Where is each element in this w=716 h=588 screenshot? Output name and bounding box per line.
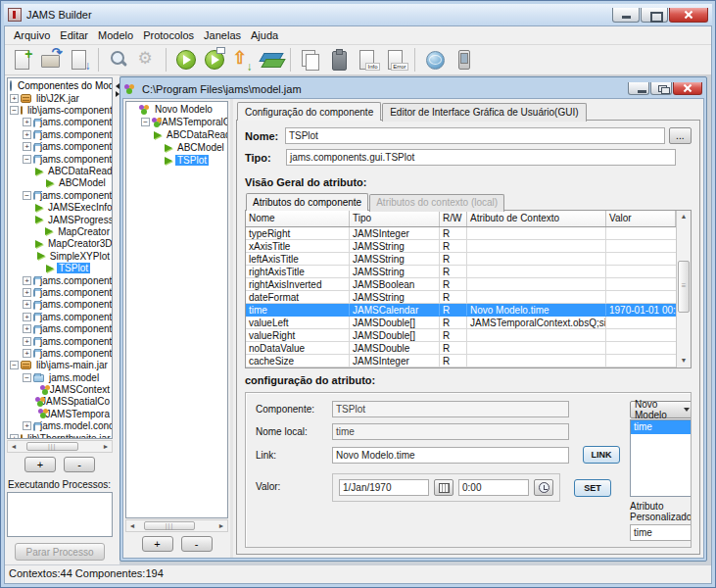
tree-item-jams-components-[interactable]: jams.components.	[38, 287, 112, 298]
tree-item-lib-jams-components-j[interactable]: lib\jams-components.j	[25, 105, 112, 116]
document-close-button[interactable]	[673, 82, 702, 95]
expand-icon[interactable]: +	[10, 94, 19, 103]
expand-icon[interactable]: +	[23, 349, 31, 358]
collapse-icon[interactable]: −	[10, 361, 19, 369]
scroll-right-arrow[interactable]: ►	[215, 520, 227, 531]
expand-icon[interactable]: +	[23, 421, 31, 430]
remove-component-button[interactable]: -	[64, 457, 95, 472]
tree-item-abcdataread[interactable]: ABCDataRead	[46, 166, 112, 176]
tree-item-lib-jams-main-jar[interactable]: lib\jams-main.jar	[34, 360, 110, 370]
menu-ajuda[interactable]: Ajuda	[246, 27, 283, 43]
collapse-icon[interactable]: −	[23, 155, 31, 164]
table-row[interactable]: noDataValueJAMSDoubleR	[246, 342, 676, 355]
scroll-thumb[interactable]	[144, 521, 194, 530]
document-restore-button[interactable]	[650, 82, 672, 95]
components-tree-hscrollbar[interactable]: ◄ ►	[7, 440, 113, 453]
table-row[interactable]: timeJAMSCalendarRNovo Modelo.time1970-01…	[246, 304, 676, 317]
scroll-left-arrow[interactable]: ◄	[8, 441, 20, 452]
expand-icon[interactable]: +	[23, 313, 31, 321]
tree-item-jams-components-[interactable]: jams.components.	[38, 154, 112, 165]
table-row[interactable]: cacheSizeJAMSIntegerR	[246, 355, 676, 368]
time-field[interactable]: 0:00	[458, 479, 529, 496]
tree-item-jamstempora[interactable]: JAMSTempora	[43, 409, 112, 419]
list-item-time[interactable]: time	[631, 420, 692, 434]
tab-configuração[interactable]: Configuração do componente	[237, 102, 381, 121]
tab-editor[interactable]: Editor de Interface Gráfica de Usuário(G…	[382, 103, 586, 122]
error-log-button[interactable]: Error	[382, 47, 408, 74]
column-header-tipo[interactable]: Tipo	[350, 211, 440, 226]
set-button[interactable]: SET	[574, 479, 611, 497]
paste-button[interactable]	[325, 47, 352, 74]
tree-item-mapcreator3d[interactable]: MapCreator3D	[46, 238, 112, 249]
custom-attribute-field[interactable]: time	[630, 524, 692, 541]
device-button[interactable]	[450, 47, 476, 74]
tree-item-jams-components-[interactable]: jams.components.	[38, 336, 112, 347]
add-model-component-button[interactable]: +	[142, 536, 173, 552]
components-tree[interactable]: Componentes do Modelo +lib\J2K.jar−lib\j…	[7, 77, 113, 439]
run-model-button[interactable]	[172, 47, 199, 74]
tab-atributos-do-componente[interactable]: Atributos do componente	[246, 193, 368, 211]
expand-icon[interactable]: +	[23, 324, 31, 333]
context-attribute-list[interactable]: time	[630, 419, 692, 497]
table-row[interactable]: dateFormatJAMSStringR	[246, 291, 676, 304]
expand-icon[interactable]: +	[23, 288, 31, 297]
collapse-right-arrow-icon[interactable]	[116, 91, 119, 97]
collapse-icon[interactable]: −	[23, 191, 31, 200]
table-row[interactable]: typeRightJAMSIntegerR	[246, 227, 676, 240]
menu-janelas[interactable]: Janelas	[199, 27, 246, 43]
expand-icon[interactable]: +	[23, 118, 31, 126]
attribute-table-vscrollbar[interactable]: ▲ ▼	[676, 211, 691, 368]
expand-icon[interactable]: +	[23, 130, 31, 139]
layers-button[interactable]	[258, 47, 284, 74]
web-button[interactable]	[421, 47, 448, 74]
tree-item-lib-thornthwaite-jar[interactable]: lib\Thornthwaite.jar	[25, 433, 112, 439]
scroll-thumb[interactable]	[26, 442, 78, 451]
open-model-button[interactable]	[37, 47, 64, 74]
running-processes-list[interactable]	[7, 492, 113, 537]
browse-button[interactable]: ...	[669, 127, 692, 144]
remove-model-component-button[interactable]: -	[181, 536, 213, 552]
tree-item-tsplot[interactable]: TSPlot	[175, 155, 209, 166]
tree-item-abcmodel[interactable]: ABCModel	[175, 142, 226, 153]
tree-item-jamsspatialco[interactable]: JAMSSpatialCo	[39, 396, 112, 407]
menu-modelo[interactable]: Modelo	[93, 27, 138, 43]
expand-icon[interactable]: +	[23, 300, 31, 309]
nome-field[interactable]: TSPlot	[285, 127, 665, 144]
run-model-window-button[interactable]	[201, 47, 227, 74]
tree-item-jams-components-[interactable]: jams.components.	[38, 117, 112, 127]
column-header-valor[interactable]: Valor	[606, 211, 676, 226]
clock-button[interactable]	[534, 479, 553, 496]
tree-item-jams-components-[interactable]: jams.components.	[38, 190, 112, 201]
model-tree-hscrollbar[interactable]: ◄ ►	[125, 519, 228, 532]
tree-item-tsplot[interactable]: TSPlot	[57, 263, 90, 273]
collapse-icon[interactable]: −	[141, 118, 150, 126]
scroll-left-arrow[interactable]: ◄	[126, 520, 138, 531]
table-row[interactable]: rightAxisInvertedJAMSBooleanR	[246, 278, 676, 291]
info-log-button[interactable]: Info	[354, 47, 380, 74]
title-bar[interactable]: JAMS Builder	[4, 4, 712, 25]
tree-item-jams-components-[interactable]: jams.components.	[38, 275, 112, 286]
collapse-icon[interactable]: −	[23, 373, 31, 382]
column-header-nome[interactable]: Nome	[246, 211, 350, 226]
expand-icon[interactable]: +	[23, 337, 31, 346]
tree-item-jams-components-[interactable]: jams.components.	[38, 312, 112, 322]
search-button[interactable]	[105, 47, 131, 74]
menu-editar[interactable]: Editar	[55, 27, 93, 43]
tree-item-jams-components-[interactable]: jams.components.	[38, 299, 112, 310]
link-field[interactable]: Novo Modelo.time	[332, 447, 569, 464]
document-minimize-button[interactable]	[628, 82, 649, 95]
scroll-up-arrow[interactable]: ▲	[677, 211, 691, 223]
table-row[interactable]: rightAxisTitleJAMSStringR	[246, 266, 676, 278]
save-model-button[interactable]	[66, 47, 92, 74]
tree-item-jamsprogress[interactable]: JAMSProgress	[46, 215, 112, 225]
minimize-button[interactable]	[612, 8, 640, 23]
tree-item-jams-model[interactable]: jams.model	[47, 372, 101, 383]
tree-item-abcdataread[interactable]: ABCDataRead	[165, 129, 227, 140]
scroll-right-arrow[interactable]: ►	[100, 441, 112, 452]
collapse-left-arrow-icon[interactable]	[116, 83, 119, 89]
copy-button[interactable]	[297, 47, 323, 74]
tree-item-abcmodel[interactable]: ABCModel	[57, 177, 108, 188]
export-model-button[interactable]	[229, 47, 256, 74]
table-row[interactable]: valueLeftJAMSDouble[]RJAMSTemporalContex…	[246, 317, 676, 329]
tree-item-jamstemporalcor[interactable]: JAMSTemporalCor	[155, 117, 227, 127]
